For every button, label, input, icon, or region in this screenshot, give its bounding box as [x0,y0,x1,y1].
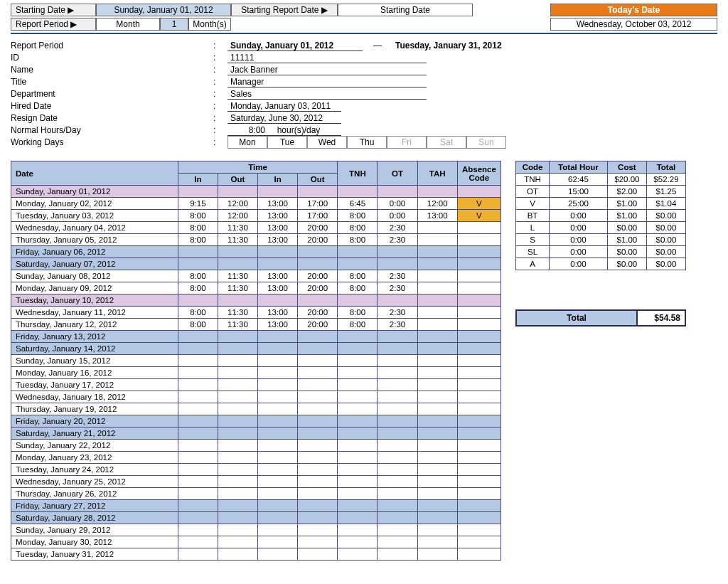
cell-tnh[interactable] [338,391,378,403]
cell-abs[interactable] [457,536,500,548]
cell-in2[interactable]: 13:00 [258,222,298,234]
cell-abs[interactable]: V [457,210,500,222]
cell-abs[interactable] [457,476,500,488]
cell-in2[interactable] [258,379,298,391]
cell-out1[interactable]: 12:00 [218,210,257,222]
cell-ot[interactable] [378,391,417,403]
cell-out1[interactable] [218,440,257,452]
cell-tnh[interactable] [338,355,378,367]
cell-out1[interactable] [218,488,257,500]
cell-in2[interactable] [258,367,298,379]
cell-abs[interactable] [457,379,500,391]
info-id-val[interactable]: 11111 [228,53,427,63]
cell-tnh[interactable] [338,464,378,476]
cell-in2[interactable] [258,355,298,367]
cell-tah[interactable] [417,282,457,294]
cell-in1[interactable] [178,536,218,548]
cell-out2[interactable]: 20:00 [298,319,338,331]
cell-tnh[interactable]: 8:00 [338,270,378,282]
cell-ot[interactable]: 2:30 [378,234,417,246]
cell-out1[interactable] [218,452,257,464]
cell-abs[interactable] [457,488,500,500]
cell-tah[interactable] [417,464,457,476]
cell-abs[interactable] [457,452,500,464]
cell-out2[interactable]: 17:00 [298,210,338,222]
cell-out2[interactable] [298,548,338,561]
cell-ot[interactable] [378,476,417,488]
cell-tah[interactable] [417,488,457,500]
cell-out1[interactable] [218,367,257,379]
cell-in1[interactable]: 8:00 [178,222,218,234]
cell-tah[interactable] [417,234,457,246]
cell-tah[interactable] [417,379,457,391]
cell-out2[interactable] [298,355,338,367]
cell-out2[interactable] [298,391,338,403]
cell-abs[interactable] [457,270,500,282]
cell-out2[interactable] [298,488,338,500]
cell-out2[interactable] [298,524,338,536]
cell-tnh[interactable]: 8:00 [338,307,378,319]
cell-abs[interactable] [457,440,500,452]
cell-ot[interactable] [378,403,417,415]
cell-tah[interactable] [417,270,457,282]
cell-out1[interactable] [218,355,257,367]
cell-in2[interactable]: 13:00 [258,210,298,222]
cell-tnh[interactable] [338,524,378,536]
cell-ot[interactable] [378,452,417,464]
cell-ot[interactable] [378,548,417,561]
cell-in2[interactable] [258,403,298,415]
cell-tah[interactable] [417,452,457,464]
cell-out2[interactable]: 20:00 [298,222,338,234]
cell-tnh[interactable] [338,476,378,488]
cell-in1[interactable]: 8:00 [178,270,218,282]
cell-out2[interactable]: 20:00 [298,270,338,282]
cell-tah[interactable] [417,548,457,561]
cell-abs[interactable] [457,391,500,403]
cell-in1[interactable]: 8:00 [178,210,218,222]
cell-out2[interactable]: 20:00 [298,307,338,319]
cell-ot[interactable] [378,379,417,391]
cell-out2[interactable] [298,452,338,464]
cell-abs[interactable] [457,282,500,294]
info-resign-val[interactable]: Saturday, June 30, 2012 [228,113,341,124]
cell-tah[interactable] [417,536,457,548]
cell-tnh[interactable]: 8:00 [338,210,378,222]
cell-out1[interactable] [218,391,257,403]
starting-date-value[interactable]: Sunday, January 01, 2012 [96,4,231,16]
info-dept-val[interactable]: Sales [228,89,427,100]
cell-out1[interactable] [218,403,257,415]
cell-tnh[interactable] [338,403,378,415]
day-cell-wed[interactable]: Wed [307,136,347,149]
cell-tah[interactable] [417,403,457,415]
cell-in1[interactable] [178,548,218,561]
cell-abs[interactable] [457,524,500,536]
cell-abs[interactable] [457,355,500,367]
cell-tnh[interactable] [338,379,378,391]
cell-ot[interactable] [378,536,417,548]
cell-out1[interactable] [218,548,257,561]
cell-tnh[interactable]: 6:45 [338,198,378,210]
day-cell-fri[interactable]: Fri [387,136,427,149]
cell-abs[interactable]: V [457,198,500,210]
cell-tnh[interactable] [338,548,378,561]
cell-out2[interactable] [298,379,338,391]
cell-ot[interactable]: 2:30 [378,282,417,294]
cell-abs[interactable] [457,403,500,415]
cell-out2[interactable] [298,367,338,379]
cell-out1[interactable] [218,476,257,488]
cell-tnh[interactable] [338,488,378,500]
cell-tnh[interactable] [338,536,378,548]
cell-out1[interactable]: 11:30 [218,222,257,234]
cell-out1[interactable]: 11:30 [218,234,257,246]
cell-ot[interactable]: 2:30 [378,270,417,282]
cell-tnh[interactable]: 8:00 [338,282,378,294]
day-cell-mon[interactable]: Mon [228,136,267,149]
cell-tah[interactable] [417,476,457,488]
cell-ot[interactable] [378,464,417,476]
cell-in1[interactable] [178,452,218,464]
cell-ot[interactable] [378,440,417,452]
cell-tah[interactable]: 13:00 [417,210,457,222]
cell-in1[interactable] [178,476,218,488]
cell-out2[interactable] [298,464,338,476]
cell-tah[interactable]: 12:00 [417,198,457,210]
